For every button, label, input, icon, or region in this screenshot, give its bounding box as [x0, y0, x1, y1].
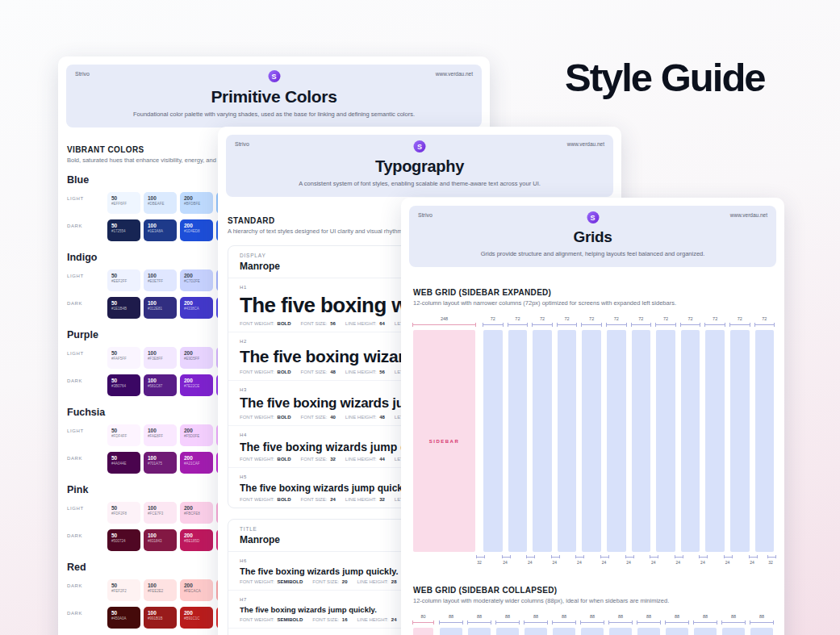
swatch-hex: #7E22CE [184, 384, 213, 388]
swatch-shade: 100 [148, 533, 177, 538]
color-swatch: 100#DBEAFE [144, 192, 177, 214]
gutter-measure: 32 [767, 555, 775, 565]
column-measure: 72 [705, 316, 725, 327]
sidebar-measure: 80 [413, 614, 433, 625]
panel-grids: Strivo S www.verdau.net Grids Grids prov… [401, 198, 784, 635]
gutter-width-label: 24 [575, 560, 583, 565]
swatch-shade: 100 [148, 195, 177, 201]
grid-section: WEB GRID (SIDEBAR EXPANDED)12-column lay… [413, 288, 773, 568]
typography-meta-item: LINE HEIGHT: 32 [345, 497, 385, 502]
swatch-shade: 50 [111, 195, 140, 201]
swatch-shade: 200 [184, 505, 213, 511]
typography-meta-item: LINE HEIGHT: 64 [345, 321, 385, 326]
typography-meta-item: LINE HEIGHT: 48 [345, 415, 385, 420]
grid-section-subheading: 12-column layout with moderately wider c… [413, 597, 773, 604]
swatch-hex: #500724 [111, 539, 140, 543]
measure-line-icon [483, 323, 504, 327]
typography-header: Strivo S www.verdau.net Typography A con… [226, 135, 613, 197]
grid-column-block [440, 628, 462, 635]
swatch-hex: #1E1B4B [111, 307, 140, 311]
column-width-label: 72 [738, 316, 742, 321]
swatch-shade: 100 [148, 273, 177, 278]
gutter-measure: 24 [724, 555, 731, 565]
measure-line-icon [749, 555, 758, 558]
column-measure: 88 [609, 614, 632, 625]
grid-column-block [681, 330, 700, 552]
swatch-hex: #FAE8FF [148, 434, 177, 438]
sidebar-width-label: 80 [420, 614, 425, 619]
column-width-label: 72 [762, 316, 767, 321]
brand-logo-icon: S [268, 70, 280, 82]
column-width-label: 88 [675, 614, 679, 619]
measure-line-icon [412, 620, 434, 625]
column-measure: 72 [483, 316, 503, 327]
sidebar-measure: 248 [413, 316, 475, 327]
column-width-label: 88 [590, 614, 595, 619]
grid-column-block [730, 330, 750, 552]
swatch-shade: 200 [184, 273, 213, 278]
gutter-width-label: 24 [699, 560, 706, 565]
swatch-shade: 50 [111, 533, 140, 538]
measure-line-icon [767, 555, 776, 558]
grid-section-subheading: 12-column layout with narrower columns (… [413, 299, 773, 307]
measure-line-icon [650, 555, 658, 558]
typography-meta-item: FONT WEIGHT: BOLD [240, 497, 291, 502]
swatch-shade: 50 [111, 378, 140, 383]
column-width-label: 72 [540, 316, 545, 321]
swatch-shade: 100 [148, 350, 177, 356]
swatch-hex: #FEE2E2 [148, 589, 177, 593]
column-width-label: 88 [449, 614, 453, 619]
color-swatch: 50#3B0764 [107, 374, 140, 396]
swatch-hex: #FEF2F2 [111, 589, 140, 593]
measure-line-icon [699, 555, 708, 558]
gutter-measure: 24 [625, 555, 633, 565]
typography-meta-item: FONT SIZE: 56 [301, 321, 336, 326]
typography-meta-item: FONT SIZE: 20 [312, 579, 347, 584]
swatch-shade: 200 [184, 455, 213, 461]
measure-line-icon [606, 323, 627, 327]
column-measure: 88 [750, 614, 773, 625]
grid-measure-row: 248727272727272727272727272 [413, 316, 773, 327]
measure-line-icon [680, 323, 701, 327]
swatch-hex: #DBEAFE [148, 202, 177, 206]
gutter-measure: 24 [502, 555, 509, 565]
column-width-label: 88 [646, 614, 651, 619]
swatch-hex: #172554 [111, 229, 140, 233]
color-swatch: 50#172554 [107, 219, 140, 241]
gutter-measure: 24 [526, 555, 533, 565]
swatch-hex: #E9D5FF [184, 357, 213, 361]
swatch-hex: #FECACA [184, 589, 213, 593]
column-width-label: 72 [565, 316, 570, 321]
grid-visualization: 248727272727272727272727272SIDEBAR322424… [413, 316, 773, 568]
swatch-shade: 200 [184, 378, 213, 383]
color-swatch: 200#FECACA [180, 579, 213, 601]
swatch-shade: 200 [184, 583, 213, 588]
gutter-measure: 24 [650, 555, 657, 565]
grid-column-block [533, 330, 552, 552]
grid-column-block [582, 330, 601, 552]
measure-line-icon [532, 323, 553, 327]
swatch-hex: #3B0764 [111, 384, 140, 388]
gutter-measure: 24 [551, 555, 558, 565]
measure-line-icon [655, 323, 676, 327]
measure-line-icon [495, 620, 520, 625]
grid-column-block [483, 330, 503, 552]
column-width-label: 88 [533, 614, 538, 619]
gutter-width-label: 32 [476, 560, 483, 565]
grid-column-block [637, 628, 660, 635]
swatch-shade: 50 [111, 505, 140, 511]
measure-line-icon [637, 620, 661, 625]
swatch-hex: #1E3A8A [148, 229, 177, 233]
grid-column-block [581, 628, 604, 635]
color-swatch: 50#4A044E [107, 452, 140, 474]
grids-header: Strivo S www.verdau.net Grids Grids prov… [409, 206, 776, 267]
typography-meta-item: FONT WEIGHT: BOLD [240, 370, 291, 374]
shade-row-label: DARK [67, 219, 107, 241]
measure-line-icon [665, 620, 689, 625]
measure-line-icon [724, 555, 733, 558]
grid-column-block [558, 330, 577, 552]
typography-meta-item: FONT WEIGHT: SEMIBOLD [240, 617, 303, 622]
sidebar-block: SIDEBAR [413, 330, 475, 552]
color-swatch: 100#FCE7F3 [144, 502, 177, 524]
gutter-width-label: 24 [724, 560, 731, 565]
